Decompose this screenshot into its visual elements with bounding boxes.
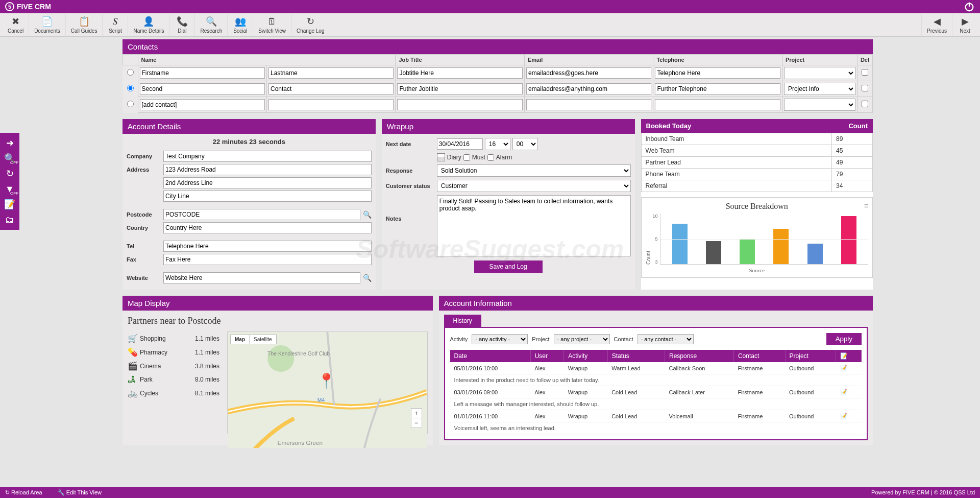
call-guides-button[interactable]: 📋Call Guides bbox=[66, 14, 103, 36]
partners-subtitle: Partners near to Postcode bbox=[122, 311, 433, 331]
map-view[interactable]: Emersons Green The Kendleshire Golf Club… bbox=[227, 331, 428, 434]
notes-textarea[interactable]: Finally Sold! Passing to Sales team to c… bbox=[437, 195, 631, 256]
cancel-button[interactable]: ✖Cancel bbox=[3, 14, 29, 36]
side-form-icon[interactable]: 📝 bbox=[0, 197, 19, 212]
postcode-input[interactable] bbox=[163, 209, 360, 220]
contact-last-input[interactable] bbox=[268, 67, 394, 79]
contact-email-input[interactable] bbox=[526, 83, 651, 94]
svg-text:The Kendleshire Golf Club: The Kendleshire Golf Club bbox=[267, 351, 330, 357]
history-tab[interactable]: History bbox=[444, 315, 481, 327]
must-label: Must bbox=[472, 154, 485, 161]
partner-icon: 💊 bbox=[128, 347, 140, 357]
must-checkbox[interactable] bbox=[463, 154, 470, 161]
map-zoom-control[interactable]: +− bbox=[411, 408, 422, 428]
partner-item: 🚲Cycles8.1 miles bbox=[128, 386, 219, 400]
history-edit-icon[interactable]: 📝 bbox=[836, 362, 862, 374]
history-note-row: Left a message with manager interested, … bbox=[450, 398, 862, 410]
side-card-icon[interactable]: 🗂 bbox=[0, 212, 19, 227]
contact-row: Project Info bbox=[123, 81, 873, 97]
documents-button[interactable]: 📄Documents bbox=[29, 14, 66, 36]
contact-first-input[interactable] bbox=[140, 83, 265, 94]
research-button[interactable]: 🔍Research bbox=[195, 14, 228, 36]
tel-input[interactable] bbox=[163, 241, 372, 252]
response-select[interactable]: Sold Solution bbox=[437, 164, 631, 177]
history-edit-icon[interactable]: 📝 bbox=[836, 410, 862, 422]
next-button[interactable]: ▶Next bbox=[952, 14, 977, 36]
contact-last-input[interactable] bbox=[268, 83, 394, 94]
prev-icon: ◀ bbox=[934, 16, 941, 27]
map-title: Map Display bbox=[122, 296, 433, 311]
contact-project-select[interactable] bbox=[784, 67, 855, 79]
name-details-button[interactable]: 👤Name Details bbox=[128, 14, 169, 36]
logo-icon: 5 bbox=[5, 2, 14, 11]
account-info-panel: Account Information History Activity - a… bbox=[439, 296, 873, 445]
social-button[interactable]: 👥Social bbox=[228, 14, 253, 36]
previous-button[interactable]: ◀Previous bbox=[921, 14, 952, 36]
filter-activity-select[interactable]: - any activity - bbox=[472, 334, 528, 344]
contact-job-input[interactable] bbox=[397, 83, 522, 94]
contact-radio[interactable] bbox=[127, 101, 134, 107]
fax-input[interactable] bbox=[163, 254, 372, 265]
postcode-search-icon[interactable]: 🔍 bbox=[363, 210, 372, 219]
calendar-icon[interactable] bbox=[437, 153, 445, 161]
address3-input[interactable] bbox=[163, 191, 372, 202]
alarm-checkbox[interactable] bbox=[487, 154, 494, 161]
history-row: 05/01/2016 10:00AlexWrapupWarm LeadCallb… bbox=[450, 362, 862, 374]
contact-first-input[interactable] bbox=[140, 99, 265, 110]
contact-del-checkbox[interactable] bbox=[862, 69, 868, 76]
change-log-button[interactable]: ↻Change Log bbox=[291, 14, 330, 36]
website-search-icon[interactable]: 🔍 bbox=[363, 274, 372, 282]
contact-tel-input[interactable] bbox=[655, 83, 780, 94]
prev-label: Previous bbox=[927, 28, 947, 34]
address2-input[interactable] bbox=[163, 177, 372, 188]
svg-text:Emersons Green: Emersons Green bbox=[278, 439, 323, 446]
contact-last-input[interactable] bbox=[268, 99, 394, 110]
website-input[interactable] bbox=[163, 272, 360, 283]
company-input[interactable] bbox=[163, 151, 372, 162]
filter-project-select[interactable]: - any project - bbox=[554, 334, 610, 344]
partner-item: 💊Pharmacy1.1 miles bbox=[128, 345, 219, 359]
contact-del-checkbox[interactable] bbox=[862, 101, 868, 107]
chart-menu-icon[interactable]: ≡ bbox=[864, 202, 868, 210]
minute-select[interactable]: 00 bbox=[512, 138, 538, 150]
svg-rect-2 bbox=[228, 332, 427, 448]
power-icon[interactable] bbox=[964, 1, 975, 12]
contact-email-input[interactable] bbox=[526, 99, 651, 110]
contact-job-input[interactable] bbox=[397, 67, 522, 79]
address1-input[interactable] bbox=[163, 164, 372, 175]
filter-contact-label: Contact bbox=[614, 336, 633, 342]
contact-radio[interactable] bbox=[127, 69, 134, 76]
main-toolbar: ✖Cancel📄Documents📋Call Guides𝑺Script👤Nam… bbox=[0, 13, 980, 37]
side-search-icon[interactable]: 🔍OFF bbox=[0, 151, 19, 166]
script-button[interactable]: 𝑺Script bbox=[103, 14, 128, 36]
side-refresh-icon[interactable]: ↻ bbox=[0, 166, 19, 181]
contact-email-input[interactable] bbox=[526, 67, 651, 79]
status-select[interactable]: Customer bbox=[437, 180, 631, 192]
filter-contact-select[interactable]: - any contact - bbox=[638, 334, 694, 344]
booked-count-label: Count bbox=[848, 122, 868, 130]
contact-tel-input[interactable] bbox=[655, 67, 780, 79]
switch-view-button[interactable]: 🗓Switch View bbox=[253, 14, 291, 36]
nextdate-input[interactable] bbox=[437, 138, 483, 150]
save-log-button[interactable]: Save and Log bbox=[474, 260, 543, 273]
hour-select[interactable]: 16 bbox=[485, 138, 510, 150]
country-input[interactable] bbox=[163, 222, 372, 233]
map-type-control[interactable]: MapSatellite bbox=[230, 335, 277, 344]
account-details-title: Account Details bbox=[122, 119, 376, 134]
postcode-label: Postcode bbox=[127, 211, 163, 218]
side-filter-icon[interactable]: ▼OFF bbox=[0, 181, 19, 197]
partners-list: 🛒Shopping1.1 miles💊Pharmacy1.1 miles🎬Cin… bbox=[128, 331, 219, 434]
side-go-icon[interactable]: ➜ bbox=[0, 135, 19, 151]
contact-job-input[interactable] bbox=[397, 99, 522, 110]
contact-project-select[interactable] bbox=[784, 99, 855, 111]
contact-radio[interactable] bbox=[127, 85, 134, 91]
contact-del-checkbox[interactable] bbox=[862, 85, 868, 91]
history-edit-icon[interactable]: 📝 bbox=[836, 386, 862, 398]
contact-project-select[interactable]: Project Info bbox=[784, 83, 855, 95]
dial-button[interactable]: 📞Dial bbox=[169, 14, 195, 36]
contact-tel-input[interactable] bbox=[655, 99, 780, 110]
contact-first-input[interactable] bbox=[140, 67, 265, 79]
apply-button[interactable]: Apply bbox=[826, 333, 862, 345]
chart-xlabel: Source bbox=[646, 267, 868, 273]
history-row: 01/01/2016 11:00AlexWrapupCold LeadVoice… bbox=[450, 410, 862, 422]
